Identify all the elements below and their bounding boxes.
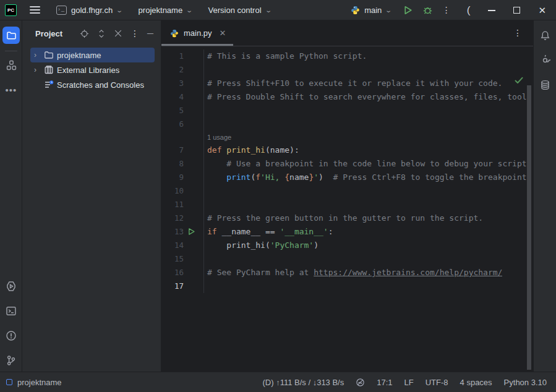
- code-line-12[interactable]: 12# Press the green button in the gutter…: [161, 211, 533, 225]
- gutter[interactable]: 16: [161, 266, 204, 279]
- notifications-button[interactable]: [536, 27, 554, 44]
- code-line-1[interactable]: 1# This is a sample Python script.: [161, 49, 533, 63]
- structure-tool-button[interactable]: [2, 56, 20, 74]
- panel-options-icon[interactable]: ⋮: [130, 29, 139, 38]
- gutter[interactable]: 8: [161, 157, 204, 171]
- chevron-right-icon[interactable]: ›: [34, 51, 44, 59]
- code-line-3[interactable]: 3# Press Shift+F10 to execute it or repl…: [161, 77, 533, 90]
- caret-position-widget[interactable]: 17:1: [377, 378, 392, 387]
- window-shade-icon[interactable]: (: [467, 5, 471, 15]
- line-number[interactable]: 2: [161, 63, 184, 77]
- code-line-17[interactable]: 17: [161, 279, 533, 293]
- terminal-tool-button[interactable]: [2, 302, 20, 320]
- line-number[interactable]: 4: [161, 90, 184, 104]
- project-widget[interactable]: projektname ⌄: [139, 6, 192, 15]
- project-tool-button[interactable]: [2, 27, 20, 44]
- encoding-widget[interactable]: UTF-8: [426, 378, 448, 387]
- debug-button[interactable]: [422, 5, 433, 15]
- gutter[interactable]: 13: [161, 225, 204, 239]
- status-project-widget[interactable]: projektname: [0, 378, 62, 387]
- inspections-widget-icon[interactable]: [356, 378, 365, 387]
- run-line-icon[interactable]: [187, 228, 195, 236]
- chevron-right-icon[interactable]: ›: [34, 66, 44, 74]
- code-line-13[interactable]: 13if __name__ == '__main__':: [161, 225, 533, 239]
- line-number[interactable]: 17: [161, 279, 184, 293]
- line-number[interactable]: 14: [161, 239, 184, 252]
- database-button[interactable]: [536, 76, 554, 93]
- interpreter-widget[interactable]: Python 3.10: [504, 378, 547, 387]
- gutter[interactable]: 3: [161, 77, 204, 90]
- usage-inlay-hint[interactable]: 1 usage: [161, 131, 533, 143]
- line-number[interactable]: 16: [161, 266, 184, 279]
- line-number[interactable]: 8: [161, 157, 184, 171]
- gutter[interactable]: 6: [161, 117, 204, 131]
- code-line-6[interactable]: 6: [161, 117, 533, 131]
- tab-close-icon[interactable]: ✕: [220, 28, 226, 38]
- tab-main-py[interactable]: main.py ✕: [161, 20, 233, 46]
- indent-widget[interactable]: 4 spaces: [460, 378, 492, 387]
- line-number[interactable]: 15: [161, 252, 184, 266]
- code-line-5[interactable]: 5: [161, 104, 533, 117]
- code-line-2[interactable]: 2: [161, 63, 533, 77]
- code-text: # Press Shift+F10 to execute it or repla…: [204, 77, 502, 90]
- run-configuration-widget[interactable]: main ⌄: [351, 6, 391, 15]
- run-tool-button[interactable]: [2, 278, 20, 295]
- more-tool-windows-button[interactable]: •••: [2, 81, 20, 98]
- gutter[interactable]: 5: [161, 104, 204, 117]
- gutter[interactable]: 17: [161, 279, 204, 293]
- collapse-all-icon[interactable]: [114, 29, 122, 38]
- gutter[interactable]: 11: [161, 198, 204, 211]
- gutter[interactable]: 12: [161, 211, 204, 225]
- window-minimize-icon[interactable]: [488, 9, 495, 11]
- code-line-14[interactable]: 14 print_hi('PyCharm'): [161, 239, 533, 252]
- line-number[interactable]: 5: [161, 104, 184, 117]
- code-line-15[interactable]: 15: [161, 252, 533, 266]
- code-line-11[interactable]: 11: [161, 198, 533, 211]
- gutter[interactable]: 4: [161, 90, 204, 104]
- line-number[interactable]: 3: [161, 77, 184, 90]
- git-tool-button[interactable]: [2, 352, 20, 369]
- code-line-10[interactable]: 10: [161, 184, 533, 198]
- code-line-7[interactable]: 7def print_hi(name):: [161, 143, 533, 157]
- line-number[interactable]: 12: [161, 211, 184, 225]
- gutter[interactable]: 10: [161, 184, 204, 198]
- network-speed-widget[interactable]: (D) ↑111 B/s / ↓313 B/s: [263, 378, 344, 387]
- line-number[interactable]: 10: [161, 184, 184, 198]
- window-maximize-icon[interactable]: [513, 7, 520, 14]
- run-button[interactable]: [403, 5, 413, 15]
- line-number[interactable]: 7: [161, 143, 184, 157]
- code-line-16[interactable]: 16# See PyCharm help at https://www.jetb…: [161, 266, 533, 279]
- gutter[interactable]: 7: [161, 143, 204, 157]
- remote-host-widget[interactable]: gold.fhgr.ch ⌄: [56, 6, 122, 15]
- gutter[interactable]: 1: [161, 49, 204, 63]
- expand-icon[interactable]: [97, 29, 106, 38]
- line-ending-widget[interactable]: LF: [404, 378, 414, 387]
- main-menu-icon[interactable]: [30, 4, 40, 15]
- vertical-scrollbar[interactable]: [527, 85, 531, 370]
- tree-item-projektname[interactable]: ›projektname: [30, 48, 155, 62]
- window-close-icon[interactable]: ✕: [538, 6, 546, 15]
- line-number[interactable]: 9: [161, 171, 184, 184]
- gutter[interactable]: 2: [161, 63, 204, 77]
- code-line-9[interactable]: 9 print(f'Hi, {name}') # Press Ctrl+F8 t…: [161, 171, 533, 184]
- code-line-8[interactable]: 8 # Use a breakpoint in the code line be…: [161, 157, 533, 171]
- line-number[interactable]: 13: [161, 225, 184, 239]
- gutter[interactable]: 14: [161, 239, 204, 252]
- line-number[interactable]: 1: [161, 49, 184, 63]
- editor-options-icon[interactable]: ⋮: [513, 28, 522, 37]
- vcs-widget[interactable]: Version control ⌄: [208, 6, 271, 15]
- code-surface[interactable]: 1# This is a sample Python script.23# Pr…: [161, 47, 533, 372]
- inspections-ok-icon[interactable]: [515, 77, 523, 84]
- gutter[interactable]: 9: [161, 171, 204, 184]
- ai-assistant-button[interactable]: [536, 51, 554, 69]
- hide-panel-icon[interactable]: ─: [147, 28, 153, 38]
- tree-item-external-libraries[interactable]: ›External Libraries: [30, 62, 155, 77]
- gutter[interactable]: 15: [161, 252, 204, 266]
- problems-tool-button[interactable]: [2, 327, 20, 344]
- tree-item-scratches-and-consoles[interactable]: Scratches and Consoles: [30, 77, 155, 92]
- code-line-4[interactable]: 4# Press Double Shift to search everywhe…: [161, 90, 533, 104]
- line-number[interactable]: 6: [161, 117, 184, 131]
- more-actions-icon[interactable]: ⋮: [442, 6, 451, 14]
- locate-file-icon[interactable]: [80, 29, 89, 38]
- line-number[interactable]: 11: [161, 198, 184, 211]
